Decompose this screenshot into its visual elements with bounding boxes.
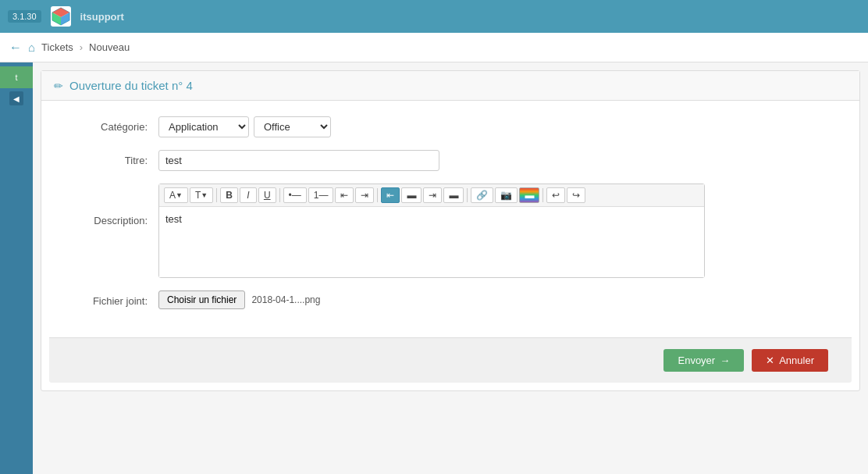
action-bar: Envoyer → ✕ Annuler bbox=[49, 337, 852, 383]
description-row: Description: A ▼ T ▼ B I U •— bbox=[65, 184, 836, 278]
title-row: Titre: bbox=[65, 150, 836, 171]
link-button[interactable]: 🔗 bbox=[471, 187, 493, 203]
file-input-row: Choisir un fichier 2018-04-1....png bbox=[158, 290, 836, 309]
send-button[interactable]: Envoyer → bbox=[663, 349, 744, 372]
toolbar-sep-5 bbox=[542, 188, 543, 202]
toolbar-sep-1 bbox=[216, 188, 217, 202]
indent-right-button[interactable]: ⇥ bbox=[355, 187, 374, 203]
font-button[interactable]: A ▼ bbox=[164, 187, 188, 203]
image-button[interactable]: 📷 bbox=[495, 187, 518, 203]
main-layout: t ◀ ✏ Ouverture du ticket n° 4 Catégorie… bbox=[0, 62, 868, 474]
toolbar-sep-2 bbox=[279, 188, 280, 202]
version-badge: 3.1.30 bbox=[8, 10, 41, 23]
form-body: Catégorie: Application Matériel Réseau A… bbox=[41, 101, 859, 337]
sidebar-item-tickets[interactable]: t bbox=[0, 66, 33, 88]
ticket-icon: ✏ bbox=[54, 80, 63, 92]
align-center-button[interactable]: ▬ bbox=[401, 187, 422, 203]
file-row: Fichier joint: Choisir un fichier 2018-0… bbox=[65, 290, 836, 309]
editor-container: A ▼ T ▼ B I U •— 1— ⇤ ⇥ bbox=[158, 184, 705, 278]
send-label: Envoyer bbox=[678, 355, 715, 366]
indent-left-button[interactable]: ⇤ bbox=[335, 187, 354, 203]
editor-text: test bbox=[165, 213, 182, 225]
cancel-button[interactable]: ✕ Annuler bbox=[752, 349, 828, 372]
top-bar: 3.1.30 itsupport bbox=[0, 0, 868, 33]
description-control: A ▼ T ▼ B I U •— 1— ⇤ ⇥ bbox=[158, 184, 836, 278]
send-arrow-icon: → bbox=[720, 355, 730, 366]
bold-button[interactable]: B bbox=[220, 187, 238, 203]
cancel-label: Annuler bbox=[779, 355, 814, 366]
title-input[interactable] bbox=[158, 150, 439, 171]
editor-content[interactable]: test bbox=[159, 207, 704, 277]
home-icon[interactable]: ⌂ bbox=[28, 41, 35, 54]
logo-icon bbox=[49, 5, 73, 28]
file-choose-button[interactable]: Choisir un fichier bbox=[158, 290, 245, 309]
category-row: Catégorie: Application Matériel Réseau A… bbox=[65, 116, 836, 137]
category-label: Catégorie: bbox=[65, 116, 158, 133]
sidebar-toggle[interactable]: ◀ bbox=[9, 91, 23, 105]
toolbar-sep-3 bbox=[377, 188, 378, 202]
size-button[interactable]: T ▼ bbox=[190, 187, 213, 203]
file-name: 2018-04-1....png bbox=[251, 294, 320, 305]
cancel-icon: ✕ bbox=[766, 355, 774, 366]
category-select-1[interactable]: Application Matériel Réseau Autre bbox=[158, 116, 249, 137]
form-card: ✏ Ouverture du ticket n° 4 Catégorie: Ap… bbox=[41, 70, 860, 391]
align-justify-button[interactable]: ▬ bbox=[443, 187, 464, 203]
breadcrumb-tickets[interactable]: Tickets bbox=[41, 41, 73, 53]
content-area: ✏ Ouverture du ticket n° 4 Catégorie: Ap… bbox=[33, 62, 868, 474]
align-left-button[interactable]: ⇤ bbox=[381, 187, 400, 203]
sidebar: t ◀ bbox=[0, 62, 33, 474]
breadcrumb-current: Nouveau bbox=[89, 41, 130, 53]
form-card-title: Ouverture du ticket n° 4 bbox=[69, 79, 193, 92]
breadcrumb-separator: › bbox=[80, 41, 83, 53]
description-label: Description: bbox=[65, 184, 158, 226]
align-right-button[interactable]: ⇥ bbox=[423, 187, 442, 203]
redo-button[interactable]: ↪ bbox=[567, 187, 585, 203]
app-title: itsupport bbox=[80, 11, 124, 23]
back-button[interactable]: ← bbox=[9, 41, 22, 55]
editor-toolbar: A ▼ T ▼ B I U •— 1— ⇤ ⇥ bbox=[159, 184, 704, 207]
ordered-list-button[interactable]: 1— bbox=[308, 187, 334, 203]
file-label: Fichier joint: bbox=[65, 290, 158, 307]
italic-button[interactable]: I bbox=[240, 187, 257, 203]
title-label: Titre: bbox=[65, 150, 158, 166]
undo-button[interactable]: ↩ bbox=[546, 187, 565, 203]
breadcrumb-bar: ← ⌂ Tickets › Nouveau bbox=[0, 33, 868, 62]
form-card-header: ✏ Ouverture du ticket n° 4 bbox=[41, 71, 859, 101]
color-button[interactable]: ▬ bbox=[519, 187, 539, 203]
category-selects: Application Matériel Réseau Autre Office… bbox=[158, 116, 836, 137]
underline-button[interactable]: U bbox=[258, 187, 276, 203]
unordered-list-button[interactable]: •— bbox=[283, 187, 307, 203]
toolbar-sep-4 bbox=[467, 188, 468, 202]
category-select-2[interactable]: Office Chrome Firefox Autre bbox=[254, 116, 331, 137]
title-control bbox=[158, 150, 836, 171]
